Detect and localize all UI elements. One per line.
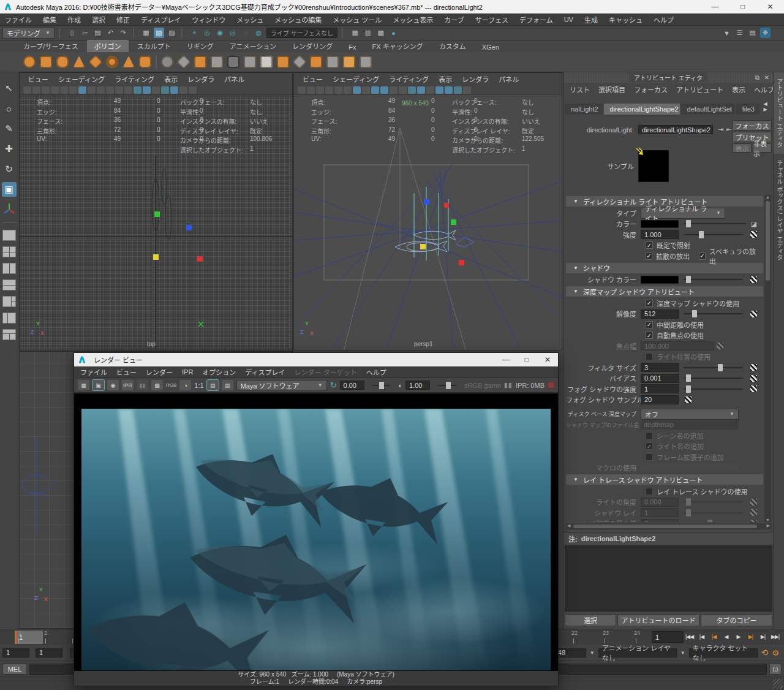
rv-menu-item[interactable]: ディスプレイ [245,367,285,377]
playback-button[interactable]: |◀ [709,631,719,643]
shelf-reverse-icon[interactable] [177,55,191,69]
panel-menu-item[interactable]: ビュー [28,74,48,84]
resolution-slider[interactable] [684,313,743,314]
new-scene-icon[interactable]: ▯ [67,28,77,38]
viewport-toolbar-icon[interactable] [88,86,96,94]
ray-depth-field[interactable]: 2 [641,519,679,522]
panel-menu-item[interactable]: ライティング [115,74,154,84]
playback-button[interactable]: |◀◀ [684,631,695,643]
snap-grid-icon[interactable]: ⌖ [189,28,200,38]
panel-menu-item[interactable]: レンダラ [462,74,489,84]
add-frame-ext-checkbox[interactable] [646,453,653,461]
panel-menu-item[interactable]: ライティング [389,74,429,84]
emit-specular-checkbox[interactable]: ✓ [699,252,706,260]
viewport-grid-toggle-icon[interactable] [78,86,86,94]
shelf-tab[interactable]: レンダリング [285,40,340,52]
paint-select-tool[interactable]: ✎ [2,121,17,136]
shelf-polycube-icon[interactable] [40,56,52,68]
add-scene-name-checkbox[interactable] [646,432,653,439]
menu-item[interactable]: サーフェス [475,15,508,25]
shelf-multicut-icon[interactable] [293,55,307,69]
resize-grip[interactable] [773,679,783,689]
menu-item[interactable]: 編集 [43,15,56,25]
select-tool[interactable]: ↖ [2,81,17,96]
menu-item[interactable]: メッシュ表示 [393,15,433,25]
chevron-down-icon[interactable]: ▼ [680,650,685,656]
shelf-combine-icon[interactable] [194,56,206,68]
mel-toggle-button[interactable]: MEL [2,664,27,675]
shadow-rays-field[interactable]: 1 [641,508,679,517]
gamma-field[interactable]: 1.00 [405,381,430,390]
layout-three-pane-button[interactable] [2,296,16,307]
texture-map-icon[interactable] [750,311,757,317]
shelf-tab[interactable]: ポリゴン [87,40,129,52]
viewport-top[interactable]: ビューシェーディングライティング表示レンダラパネル [19,72,293,351]
viewport-textured-icon[interactable] [161,86,169,94]
viewport-wireframe-icon[interactable] [417,86,425,94]
viewport-toolbar-icon[interactable] [179,86,187,94]
panel-menu-item[interactable]: シェーディング [333,74,379,84]
renderer-dropdown[interactable]: Maya ソフトウェア▼ [236,380,327,390]
menu-set-dropdown[interactable]: モデリング▼ [2,28,55,39]
texture-map-icon[interactable] [750,364,757,371]
shelf-bridge-icon[interactable] [260,56,273,68]
snap-point-icon[interactable]: ◉ [215,28,225,38]
menu-item[interactable]: 作成 [67,15,81,25]
snapshot-icon[interactable]: ◉ [107,380,119,390]
viewport-toolbar-icon[interactable] [42,86,50,94]
menu-item[interactable]: 修正 [116,15,130,25]
viewport-toolbar-icon[interactable] [115,86,123,94]
menu-item[interactable]: メッシュ [236,15,263,25]
light-type-dropdown[interactable]: ディレクショナル ライト▼ [641,208,725,219]
close-button[interactable]: ✕ [756,0,784,13]
attribute-scroll-area[interactable]: ▼ディレクショナル ライト アトリビュート タイプ ディレクショナル ライト▼ … [566,195,763,522]
shelf-smooth-icon[interactable] [161,56,173,68]
anim-start-field[interactable]: 1 [2,648,29,658]
scroll-left-icon[interactable]: ◀ [567,523,570,528]
illuminates-default-checkbox[interactable]: ✓ [646,241,653,249]
hide-button[interactable]: 非表示 [753,143,772,153]
tab-directionalLight2[interactable]: nalLight2 [565,104,603,115]
node-name-field[interactable]: directionalLightShape2 [638,125,713,134]
remove-image-icon[interactable]: ▤ [222,380,233,390]
viewport-persp[interactable]: ビューシェーディングライティング表示レンダラパネル [293,72,562,351]
ae-menu-item[interactable]: フォーカス [634,85,668,94]
render-settings-icon[interactable]: ▩ [375,28,386,38]
select-object-icon[interactable]: ▧ [154,28,164,38]
render-icon[interactable]: ▦ [350,28,360,38]
shelf-tab[interactable]: FX キャッシング [365,40,431,52]
viewport-toolbar-icon[interactable] [344,86,352,94]
shelf-boolean-icon[interactable] [227,56,239,68]
viewport-resolution-icon[interactable] [380,86,388,94]
use-depth-map-checkbox[interactable]: ✓ [646,300,653,307]
script-editor-icon[interactable]: {;} [769,664,782,675]
panel-menu-item[interactable]: パネル [499,74,519,84]
bias-field[interactable]: 0.001 [641,374,679,383]
minimize-button[interactable]: — [701,0,729,13]
ae-menu-item[interactable]: アトリビュート [676,85,723,94]
texture-map-icon[interactable] [750,385,757,392]
shelf-extrude-icon[interactable] [244,56,256,68]
panel-menu-item[interactable]: シェーディング [58,74,105,84]
rv-menu-item[interactable]: レンダー [146,367,173,377]
rv-menu-item[interactable]: ファイル [80,367,107,377]
modeling-toolkit-icon[interactable]: ▼ [722,28,732,38]
menu-item[interactable]: UV [564,16,573,23]
playback-start-field[interactable]: 1 [36,648,62,658]
panel-menu-item[interactable]: パネル [224,74,244,84]
light-angle-field[interactable]: 0.000 [641,498,679,507]
shadow-color-swatch[interactable] [641,276,679,284]
playback-button[interactable]: ▶| [758,631,768,643]
hypershade-icon[interactable]: ● [388,28,399,38]
select-hierarchy-icon[interactable]: ▦ [141,28,151,38]
texture-map-icon[interactable] [750,375,757,382]
rotate-tool[interactable]: ↻ [2,162,17,176]
fog-shadow-intensity-slider[interactable] [684,389,743,390]
shelf-tab[interactable]: リギング [179,40,221,52]
tab-directionalLightShape2[interactable]: directionalLightShape2 [604,104,680,115]
layout-single-pane-button[interactable] [2,230,16,241]
ae-menu-item[interactable]: ヘルプ [754,85,774,94]
use-macro-field[interactable] [641,463,739,472]
shelf-tab[interactable]: Fx [341,42,363,52]
ipr-render-icon[interactable]: IPR [122,380,134,390]
